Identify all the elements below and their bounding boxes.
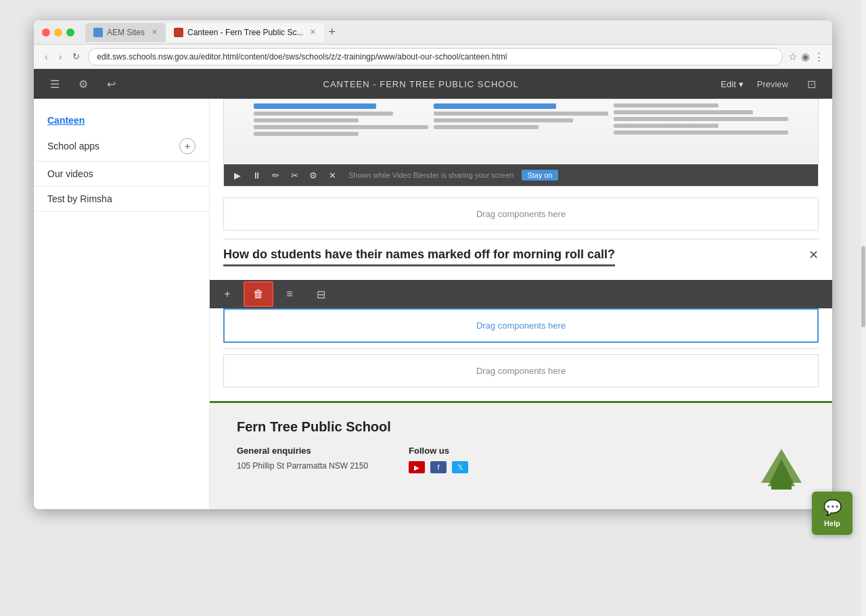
- section-divider-1: [223, 239, 819, 239]
- edit-chevron-icon: ▾: [739, 79, 744, 89]
- drag-zone-1[interactable]: Drag components here: [223, 197, 819, 231]
- share-button[interactable]: ⊡: [802, 75, 821, 93]
- lower-section: Drag components here: [223, 354, 819, 387]
- tab-canteen-label: Canteen - Fern Tree Public Sc...: [187, 28, 303, 37]
- minimize-button[interactable]: [54, 28, 62, 37]
- comp-layout-button[interactable]: ⊟: [306, 281, 336, 307]
- img-settings-btn[interactable]: ⚙: [305, 167, 321, 183]
- traffic-lights: [42, 28, 74, 37]
- help-chat-icon: 💬: [823, 499, 842, 517]
- img-pause-btn[interactable]: ⏸: [248, 167, 265, 183]
- drag-zone-lower-label: Drag components here: [476, 366, 566, 376]
- sidebar-add-school-apps[interactable]: +: [179, 138, 196, 154]
- footer-columns: General enquiries 105 Phillip St Parrama…: [237, 446, 805, 493]
- preview-button[interactable]: Preview: [752, 76, 794, 92]
- sidebar-item-school-apps[interactable]: School apps +: [34, 131, 209, 162]
- twitter-icon[interactable]: 𝕏: [452, 461, 468, 473]
- bookmark-icon[interactable]: ☆: [788, 51, 797, 63]
- forward-button[interactable]: ›: [56, 50, 65, 64]
- new-tab-button[interactable]: +: [324, 25, 340, 39]
- aem-page-title: CANTEEN - FERN TREE PUBLIC SCHOOL: [129, 79, 712, 89]
- footer-enquiries: General enquiries 105 Phillip St Parrama…: [237, 446, 368, 471]
- help-button[interactable]: 💬 Help: [812, 492, 852, 529]
- footer-social: ▶ f 𝕏: [409, 461, 468, 473]
- comp-add-button[interactable]: +: [212, 281, 242, 307]
- add-icon: +: [224, 288, 230, 300]
- menu-icon[interactable]: ⋮: [814, 51, 824, 63]
- back-button[interactable]: ‹: [42, 50, 51, 64]
- footer-address: 105 Phillip St Parramatta NSW 2150: [237, 461, 368, 471]
- svg-rect-2: [771, 483, 792, 490]
- sidebar-label-test-rimsha: Test by Rimsha: [47, 193, 112, 204]
- img-crop-btn[interactable]: ✂: [286, 167, 302, 183]
- footer-logo: [758, 446, 805, 493]
- content-area: ▶ ⏸ ✏ ✂ ⚙ ✕ Shown while Video Blender is…: [210, 99, 832, 509]
- canteen-tab-icon: [174, 28, 183, 37]
- tab-canteen-close[interactable]: ✕: [310, 28, 316, 37]
- tab-aem-close[interactable]: ✕: [152, 28, 158, 37]
- account-icon[interactable]: ◉: [801, 51, 810, 63]
- address-bar: ‹ › ↻ ☆ ◉ ⋮: [34, 45, 832, 69]
- faq-question: How do students have their names marked …: [223, 247, 615, 266]
- close-button[interactable]: [42, 28, 50, 37]
- drag-zone-active-label: Drag components here: [476, 321, 566, 331]
- site-footer: Fern Tree Public School General enquirie…: [210, 401, 832, 509]
- edit-label: Edit: [721, 79, 735, 89]
- preview-block: ▶ ⏸ ✏ ✂ ⚙ ✕ Shown while Video Blender is…: [223, 99, 819, 187]
- tab-canteen[interactable]: Canteen - Fern Tree Public Sc... ✕: [166, 23, 324, 42]
- img-info: Shown while Video Blender is sharing you…: [348, 171, 514, 179]
- reload-button[interactable]: ↻: [70, 50, 83, 63]
- drag-zone-active[interactable]: Drag components here: [223, 308, 819, 343]
- preview-image: ▶ ⏸ ✏ ✂ ⚙ ✕ Shown while Video Blender is…: [223, 99, 819, 187]
- school-logo-icon: [758, 446, 805, 493]
- image-toolbar: ▶ ⏸ ✏ ✂ ⚙ ✕ Shown while Video Blender is…: [224, 164, 818, 186]
- title-bar: AEM Sites ✕ Canteen - Fern Tree Public S…: [34, 20, 832, 45]
- img-close-btn[interactable]: ✕: [324, 167, 340, 183]
- drag-zone-lower[interactable]: Drag components here: [223, 354, 819, 387]
- footer-follow: Follow us ▶ f 𝕏: [409, 446, 468, 473]
- faq-section: How do students have their names marked …: [223, 247, 819, 272]
- facebook-icon[interactable]: f: [430, 461, 447, 473]
- url-input[interactable]: [88, 48, 783, 66]
- sidebar: Canteen School apps + Our videos Test by…: [34, 99, 210, 509]
- edit-button[interactable]: Edit ▾: [721, 79, 743, 89]
- delete-icon: 🗑: [253, 288, 264, 300]
- canteen-link[interactable]: Canteen: [34, 110, 209, 131]
- img-play-btn[interactable]: ▶: [229, 167, 246, 183]
- comp-delete-button[interactable]: 🗑: [244, 281, 273, 307]
- aem-tab-icon: [93, 28, 103, 37]
- comp-text-button[interactable]: ≡: [275, 281, 304, 307]
- sidebar-label-school-apps: School apps: [47, 141, 99, 151]
- undo-button[interactable]: ↩: [101, 75, 121, 93]
- footer-follow-label: Follow us: [409, 446, 468, 456]
- main-content: Canteen School apps + Our videos Test by…: [34, 99, 832, 509]
- footer-enquiries-label: General enquiries: [237, 446, 368, 456]
- sidebar-label-our-videos: Our videos: [47, 168, 93, 179]
- sidebar-toggle-button[interactable]: ☰: [45, 75, 65, 93]
- img-stay-btn[interactable]: Stay on: [522, 170, 557, 181]
- tab-bar: AEM Sites ✕ Canteen - Fern Tree Public S…: [85, 23, 824, 42]
- tab-aem-sites[interactable]: AEM Sites ✕: [85, 23, 166, 42]
- address-actions: ☆ ◉ ⋮: [788, 51, 824, 63]
- sidebar-item-test-rimsha[interactable]: Test by Rimsha: [34, 187, 209, 212]
- fullscreen-button[interactable]: [66, 28, 74, 37]
- img-edit-btn[interactable]: ✏: [267, 167, 283, 183]
- settings-button[interactable]: ⚙: [73, 75, 93, 93]
- youtube-icon[interactable]: ▶: [409, 461, 425, 473]
- faq-close-button[interactable]: ✕: [808, 247, 819, 262]
- component-toolbar: + 🗑 ≡ ⊟: [210, 280, 832, 308]
- tab-aem-label: AEM Sites: [107, 28, 145, 37]
- layout-icon: ⊟: [317, 288, 325, 301]
- sidebar-item-our-videos[interactable]: Our videos: [34, 162, 209, 187]
- aem-toolbar: ☰ ⚙ ↩ CANTEEN - FERN TREE PUBLIC SCHOOL …: [34, 69, 832, 99]
- section-divider-2: [223, 348, 819, 349]
- text-icon: ≡: [286, 288, 292, 300]
- footer-school-name: Fern Tree Public School: [237, 419, 805, 435]
- drag-zone-1-label: Drag components here: [476, 209, 566, 219]
- help-label: Help: [824, 519, 840, 527]
